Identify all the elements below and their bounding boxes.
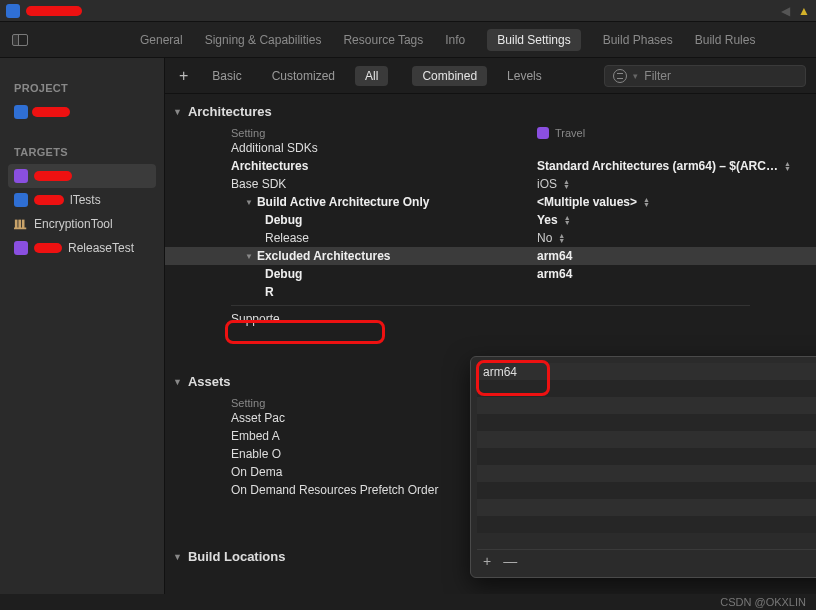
sidebar-target-1[interactable]: lTests — [8, 188, 156, 212]
dropdown-arrows-icon: ▲▼ — [564, 215, 571, 225]
filter-field[interactable]: ▾ Filter — [604, 65, 806, 87]
popover-row[interactable] — [477, 465, 816, 482]
section-architectures[interactable]: ▼ Architectures — [165, 94, 816, 127]
tab-signing[interactable]: Signing & Capabilities — [205, 33, 322, 47]
app-target-icon — [14, 169, 28, 183]
sidebar-item-label: EncryptionTool — [34, 217, 113, 231]
sidebar-target-3[interactable]: ReleaseTest — [8, 236, 156, 260]
redaction — [34, 195, 64, 205]
view-levels[interactable]: Levels — [497, 66, 552, 86]
dropdown-arrows-icon: ▲▼ — [563, 179, 570, 189]
popover-row[interactable] — [477, 380, 816, 397]
sidebar-header-targets: TARGETS — [8, 140, 156, 164]
chevron-down-icon: ▼ — [173, 107, 182, 117]
dropdown-arrows-icon: ▲▼ — [558, 233, 565, 243]
filter-placeholder: Filter — [644, 69, 671, 83]
view-combined[interactable]: Combined — [412, 66, 487, 86]
filter-icon — [613, 69, 627, 83]
tab-resource-tags[interactable]: Resource Tags — [343, 33, 423, 47]
dropdown-arrows-icon: ▲▼ — [643, 197, 650, 207]
popover-row[interactable] — [477, 414, 816, 431]
sidebar-header-project: PROJECT — [8, 76, 156, 100]
row-additional-sdks[interactable]: Additional SDKs — [165, 139, 816, 157]
section-title-label: Assets — [188, 374, 231, 389]
row-baao[interactable]: ▼ Build Active Architecture Only <Multip… — [165, 193, 816, 211]
popover-row[interactable] — [477, 431, 816, 448]
left-arrow-icon[interactable]: ◀ — [781, 4, 790, 18]
sidebar-item-label: lTests — [70, 193, 101, 207]
row-excluded-debug[interactable]: Debug arm64 — [165, 265, 816, 283]
sidebar-target-0[interactable] — [8, 164, 156, 188]
app-target-icon — [14, 241, 28, 255]
scope-customized[interactable]: Customized — [262, 66, 345, 86]
chevron-down-icon: ▼ — [245, 198, 253, 207]
row-baao-release[interactable]: Release No ▲▼ — [165, 229, 816, 247]
build-settings-panel: + Basic Customized All Combined Levels ▾… — [165, 58, 816, 594]
watermark: CSDN @OKXLIN — [720, 596, 806, 608]
xcode-project-icon — [14, 105, 28, 119]
tab-build-phases[interactable]: Build Phases — [603, 33, 673, 47]
dropdown-arrows-icon: ▲▼ — [784, 161, 791, 171]
popover-row[interactable] — [477, 397, 816, 414]
chevron-down-icon: ▼ — [173, 377, 182, 387]
row-baao-debug[interactable]: Debug Yes ▲▼ — [165, 211, 816, 229]
row-excluded-architectures[interactable]: ▼ Excluded Architectures arm64 — [165, 247, 816, 265]
svg-rect-1 — [18, 220, 21, 229]
xcode-project-icon — [14, 193, 28, 207]
svg-rect-3 — [14, 228, 26, 230]
add-setting-button[interactable]: + — [175, 67, 192, 85]
svg-rect-2 — [22, 220, 25, 229]
chevron-down-icon: ▼ — [173, 552, 182, 562]
scope-basic[interactable]: Basic — [202, 66, 251, 86]
chevron-down-icon: ▼ — [245, 252, 253, 261]
window-titlebar: ◀ ▲ — [0, 0, 816, 22]
settings-toolbar: + Basic Customized All Combined Levels ▾… — [165, 58, 816, 94]
sidebar-target-2[interactable]: EncryptionTool — [8, 212, 156, 236]
tab-info[interactable]: Info — [445, 33, 465, 47]
tab-build-rules[interactable]: Build Rules — [695, 33, 756, 47]
app-icon — [6, 4, 20, 18]
library-icon — [14, 217, 28, 231]
warning-icon[interactable]: ▲ — [798, 4, 810, 18]
redaction — [34, 171, 72, 181]
sidebar-item-label: ReleaseTest — [68, 241, 134, 255]
editor-tabbar: General Signing & Capabilities Resource … — [0, 22, 816, 58]
scope-all[interactable]: All — [355, 66, 388, 86]
popover-row[interactable]: arm64 — [477, 363, 816, 380]
popover-add-button[interactable]: + — [483, 553, 491, 569]
title-redaction — [26, 6, 82, 16]
popover-list[interactable]: arm64 — [477, 363, 816, 545]
app-target-icon — [537, 127, 549, 139]
redaction — [32, 107, 70, 117]
column-header-setting: Setting — [231, 127, 537, 139]
popover-row[interactable] — [477, 499, 816, 516]
row-base-sdk[interactable]: Base SDK iOS▲▼ — [165, 175, 816, 193]
tab-build-settings[interactable]: Build Settings — [487, 29, 580, 51]
section-title-label: Architectures — [188, 104, 272, 119]
value-editor-popover: arm64 + — — [470, 356, 816, 578]
section-title-label: Build Locations — [188, 549, 286, 564]
row-excluded-release[interactable]: R — [165, 283, 816, 301]
row-supported[interactable]: Supporte — [165, 310, 816, 328]
popover-row[interactable] — [477, 482, 816, 499]
popover-row[interactable] — [477, 448, 816, 465]
popover-remove-button[interactable]: — — [503, 553, 517, 569]
tab-general[interactable]: General — [140, 33, 183, 47]
project-navigator: PROJECT TARGETS lTests EncryptionTool Re… — [0, 58, 165, 594]
redaction — [34, 243, 62, 253]
row-architectures[interactable]: Architectures Standard Architectures (ar… — [165, 157, 816, 175]
svg-rect-0 — [15, 220, 18, 229]
panel-toggle-icon[interactable] — [12, 34, 28, 46]
popover-row[interactable] — [477, 516, 816, 533]
sidebar-project-item[interactable] — [8, 100, 156, 124]
column-header-target: Travel — [555, 127, 585, 139]
